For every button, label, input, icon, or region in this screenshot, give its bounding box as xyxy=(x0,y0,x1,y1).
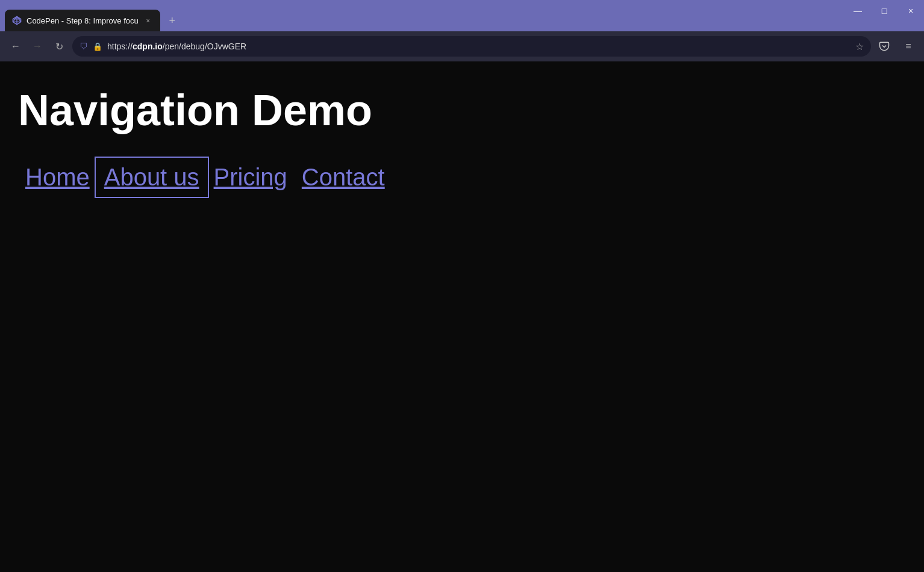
nav-link-pricing[interactable]: Pricing xyxy=(207,159,295,196)
lock-icon: 🔒 xyxy=(93,42,102,51)
close-window-button[interactable]: × xyxy=(905,5,917,17)
nav-link-home[interactable]: Home xyxy=(18,159,97,196)
address-bar[interactable]: ⛉ 🔒 https://cdpn.io/pen/debug/OJvwGER ☆ xyxy=(72,36,871,57)
tab-title: CodePen - Step 8: Improve focu xyxy=(27,16,139,25)
nav-right-icons: ≡ xyxy=(876,38,917,55)
nav-link-contact[interactable]: Contact xyxy=(295,159,392,196)
menu-icon[interactable]: ≡ xyxy=(900,38,917,55)
pocket-icon[interactable] xyxy=(876,38,893,55)
page-title: Navigation Demo xyxy=(18,85,906,135)
tab-row: CodePen - Step 8: Improve focu × + — □ × xyxy=(0,0,924,31)
navigation-links: Home About us Pricing Contact xyxy=(18,159,906,196)
maximize-button[interactable]: □ xyxy=(878,5,890,17)
forward-button[interactable]: → xyxy=(29,38,46,55)
nav-link-about-us[interactable]: About us xyxy=(97,159,207,196)
tab-close-button[interactable]: × xyxy=(143,16,153,25)
navigation-bar: ← → ↻ ⛉ 🔒 https://cdpn.io/pen/debug/OJvw… xyxy=(0,31,924,61)
new-tab-button[interactable]: + xyxy=(163,11,182,30)
url-text: https://cdpn.io/pen/debug/OJvwGER xyxy=(107,42,851,51)
back-button[interactable]: ← xyxy=(7,38,24,55)
shield-icon: ⛉ xyxy=(80,42,88,51)
active-tab[interactable]: CodePen - Step 8: Improve focu × xyxy=(5,10,160,31)
page-content: Navigation Demo Home About us Pricing Co… xyxy=(0,61,924,572)
tab-bar: CodePen - Step 8: Improve focu × + xyxy=(0,0,182,31)
codepen-icon xyxy=(12,16,22,25)
minimize-button[interactable]: — xyxy=(852,5,864,17)
browser-chrome: CodePen - Step 8: Improve focu × + — □ ×… xyxy=(0,0,924,61)
bookmark-star-icon[interactable]: ☆ xyxy=(855,41,864,52)
refresh-button[interactable]: ↻ xyxy=(51,38,67,55)
window-controls: — □ × xyxy=(852,5,917,17)
